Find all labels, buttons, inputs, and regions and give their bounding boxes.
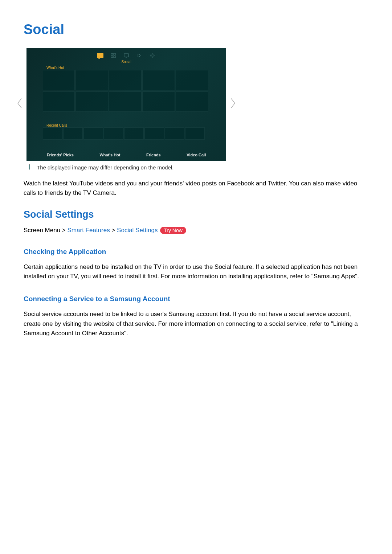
- tab-video-call: Video Call: [187, 153, 206, 157]
- content-tile: [43, 70, 75, 90]
- note-line: The displayed image may differ depending…: [26, 164, 368, 171]
- circle-nav-icon: [149, 52, 156, 59]
- breadcrumb: Screen Menu > Smart Features > Social Se…: [24, 227, 368, 234]
- content-tile: [43, 127, 62, 140]
- checking-paragraph: Certain applications need to be installe…: [24, 262, 368, 282]
- content-tile: [165, 127, 184, 140]
- content-tile: [75, 91, 108, 112]
- svg-rect-3: [114, 56, 115, 58]
- tab-friends: Friends: [146, 153, 161, 157]
- content-tile: [176, 91, 208, 112]
- checking-heading: Checking the Application: [24, 248, 368, 256]
- svg-rect-4: [124, 54, 128, 57]
- intro-paragraph: Watch the latest YouTube videos and you …: [24, 179, 368, 198]
- svg-rect-1: [114, 53, 115, 55]
- content-tile: [83, 127, 103, 140]
- tv-nav-icon: [123, 52, 130, 59]
- social-nav-icon: [97, 52, 104, 59]
- content-tile: [75, 70, 108, 90]
- play-nav-icon: [136, 52, 143, 59]
- apps-nav-icon: [110, 52, 117, 59]
- content-tile: [176, 70, 208, 90]
- content-tile: [185, 127, 205, 140]
- content-tile: [104, 127, 123, 140]
- content-tile: [142, 70, 175, 90]
- content-tile: [109, 70, 142, 90]
- tile-row: [43, 127, 205, 140]
- content-tile: [43, 91, 75, 112]
- svg-point-6: [151, 54, 154, 57]
- connecting-heading: Connecting a Service to a Samsung Accoun…: [24, 295, 368, 303]
- svg-rect-2: [111, 56, 113, 58]
- tv-screenshot: Social What's Hot Recent Calls Friends' …: [26, 48, 226, 161]
- svg-point-7: [152, 55, 153, 56]
- tile-row: [43, 91, 208, 112]
- social-settings-heading: Social Settings: [24, 209, 368, 220]
- pencil-icon: [26, 164, 32, 171]
- page-title: Social: [24, 22, 368, 37]
- tv-top-nav: [97, 52, 156, 59]
- breadcrumb-item: Social Settings: [117, 227, 158, 234]
- recent-calls-section-label: Recent Calls: [46, 123, 67, 127]
- note-text: The displayed image may differ depending…: [37, 164, 173, 171]
- bottom-tabs: Friends' Picks What's Hot Friends Video …: [26, 153, 226, 157]
- breadcrumb-item: Smart Features: [68, 227, 110, 234]
- tile-row: [43, 70, 208, 90]
- nav-active-label: Social: [121, 60, 131, 64]
- try-now-badge: Try Now: [160, 227, 186, 234]
- content-tile: [142, 91, 175, 112]
- content-tile: [124, 127, 144, 140]
- chevron-left-icon: [16, 98, 23, 111]
- breadcrumb-sep: >: [111, 227, 115, 234]
- breadcrumb-root: Screen Menu: [24, 227, 60, 234]
- content-tile: [109, 91, 142, 112]
- breadcrumb-sep: >: [62, 227, 66, 234]
- content-tile: [63, 127, 83, 140]
- svg-rect-0: [111, 53, 113, 55]
- connecting-paragraph: Social service accounts need to be linke…: [24, 309, 368, 338]
- content-tile: [144, 127, 164, 140]
- tab-friends-picks: Friends' Picks: [47, 153, 74, 157]
- chevron-right-icon: [230, 98, 236, 111]
- whats-hot-section-label: What's Hot: [46, 66, 64, 70]
- tab-whats-hot: What's Hot: [99, 153, 120, 157]
